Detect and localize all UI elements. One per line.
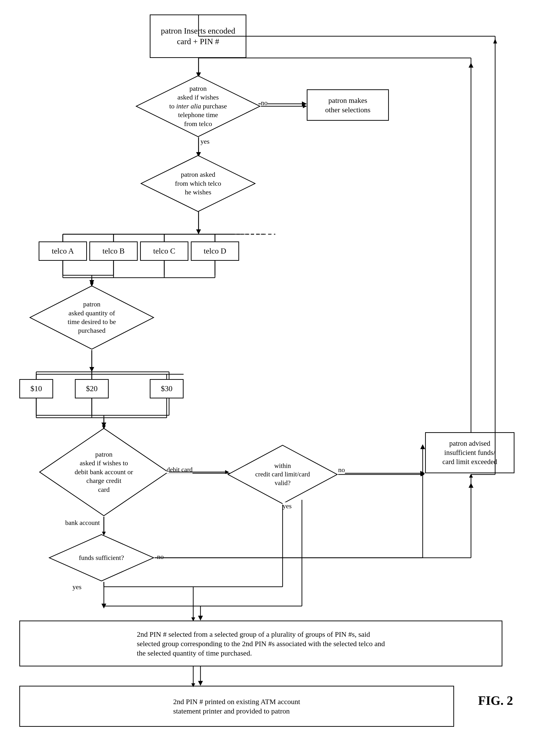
- d3-label: patronasked quantity oftime desired to b…: [65, 297, 118, 338]
- svg-marker-22: [89, 367, 94, 372]
- telco-a-label: telco A: [52, 246, 74, 256]
- amt-20-box: $20: [75, 379, 109, 398]
- svg-marker-102: [469, 474, 473, 478]
- telco-b-box: telco B: [89, 241, 138, 261]
- svg-marker-55: [469, 483, 473, 488]
- svg-marker-32: [101, 423, 106, 427]
- diamond-6: funds sufficient?: [48, 534, 154, 582]
- amt-20-label: $20: [86, 384, 98, 394]
- svg-marker-5: [302, 101, 307, 106]
- other-selections-box: patron makes other selections: [307, 89, 389, 121]
- d4-label: patronasked if wishes todebit bank accou…: [72, 448, 135, 496]
- d1-yes-label: yes: [200, 138, 209, 145]
- amt-10-label: $10: [30, 384, 42, 394]
- amt-30-box: $30: [150, 379, 183, 398]
- svg-marker-48: [198, 616, 203, 621]
- diamond-2: patron askedfrom which telcohe wishes: [140, 155, 256, 212]
- svg-marker-20: [89, 280, 94, 285]
- pin-selected-label: 2nd PIN # selected from a selected group…: [137, 629, 385, 658]
- d6-no-label: no: [157, 553, 164, 561]
- d1-no-label: no: [261, 99, 267, 107]
- svg-marker-7: [196, 229, 201, 234]
- diamond-5: withincredit card limit/cardvalid?: [227, 444, 338, 505]
- d6-label: funds sufficient?: [77, 551, 126, 565]
- svg-marker-113: [493, 39, 497, 43]
- d5-no-label: no: [338, 466, 345, 474]
- pin-selected-box: 2nd PIN # selected from a selected group…: [19, 621, 502, 666]
- svg-marker-43: [420, 471, 425, 476]
- telco-c-box: telco C: [140, 241, 188, 261]
- telco-c-label: telco C: [153, 246, 175, 256]
- amt-30-label: $30: [161, 384, 172, 394]
- debit-card-label: debit card: [167, 466, 192, 473]
- svg-marker-39: [101, 604, 106, 608]
- svg-marker-52: [469, 63, 473, 68]
- svg-marker-37: [420, 444, 425, 449]
- telco-d-box: telco D: [191, 241, 239, 261]
- pin-printed-box: 2nd PIN # printed on existing ATM accoun…: [19, 686, 454, 727]
- telco-b-label: telco B: [102, 246, 125, 256]
- other-selections-label: patron makes other selections: [325, 96, 370, 114]
- start-box: patron Inserts encoded card + PIN #: [150, 14, 246, 58]
- pin-printed-label: 2nd PIN # printed on existing ATM accoun…: [173, 697, 300, 716]
- diamond-1: patronasked if wishesto inter alia purch…: [135, 75, 261, 138]
- telco-a-box: telco A: [39, 241, 87, 261]
- diamond-4: patronasked if wishes todebit bank accou…: [39, 427, 169, 517]
- d5-label: withincredit card limit/cardvalid?: [253, 459, 312, 489]
- telco-d-label: telco D: [203, 246, 226, 256]
- d6-yes-label: yes: [72, 583, 81, 591]
- diamond-3: patronasked quantity oftime desired to b…: [29, 285, 154, 350]
- d5-yes-label: yes: [283, 502, 292, 510]
- d2-label: patron askedfrom which telcohe wishes: [172, 168, 223, 199]
- insufficient-label: patron advised insufficient funds/ card …: [442, 439, 497, 466]
- d1-label: patronasked if wishesto inter alia purch…: [167, 82, 229, 131]
- svg-marker-67: [303, 104, 307, 108]
- insufficient-box: patron advised insufficient funds/ card …: [425, 432, 514, 473]
- fig-label: FIG. 2: [478, 693, 513, 708]
- bank-account-label: bank account: [65, 519, 100, 527]
- diagram-container: patron Inserts encoded card + PIN # patr…: [0, 0, 542, 756]
- svg-marker-54: [198, 681, 203, 686]
- svg-marker-98: [421, 473, 425, 476]
- start-label: patron Inserts encoded card + PIN #: [161, 26, 235, 47]
- amt-10-box: $10: [19, 379, 53, 398]
